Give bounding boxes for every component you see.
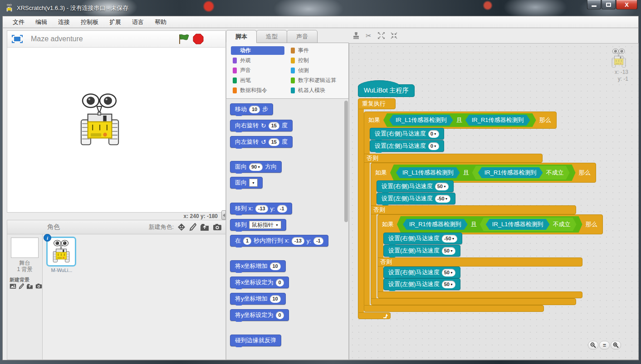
- block-point-direction[interactable]: 面向90▼方向: [230, 161, 282, 173]
- sensor-ir-l1[interactable]: IR_L1传感器检测到: [389, 115, 453, 126]
- camera-sprite-icon[interactable]: [213, 223, 222, 231]
- block-change-x[interactable]: 将x坐标增加10: [230, 260, 286, 272]
- else-set-right-motor-50[interactable]: 设置(右侧)马达速度50▼: [383, 267, 460, 278]
- hat-wulibot-main[interactable]: WuLiBot 主程序: [358, 84, 415, 97]
- if-2-else-bar: 否则: [371, 205, 576, 214]
- menu-connect[interactable]: 连接: [54, 17, 74, 28]
- zoom-out-button[interactable]: [588, 341, 598, 349]
- project-title: Maze adventure: [31, 35, 83, 43]
- menu-file[interactable]: 文件: [8, 17, 29, 28]
- set-right-motor-50[interactable]: 设置(右侧)马达速度50▼: [377, 180, 454, 192]
- stage-coords-row: x: 240 y: -180: [7, 213, 226, 220]
- robot-sprite[interactable]: [73, 92, 126, 150]
- block-change-y[interactable]: 将y坐标增加10: [230, 293, 286, 305]
- stage-canvas[interactable]: [7, 48, 226, 213]
- scissors-icon[interactable]: ✂: [365, 32, 372, 39]
- sprite-info-badge[interactable]: i: [44, 234, 51, 242]
- script-canvas[interactable]: x: -13 y: -1 WuLiBot 主程序 重复执行 如果 IR_L1传感…: [349, 43, 639, 360]
- if-block-2-header[interactable]: 如果 IR_L1传感器检测到 且 IR_R1传感器检测到 不成立 那么: [371, 163, 596, 183]
- stage-thumbnail[interactable]: [11, 238, 39, 258]
- not-condition-2[interactable]: IR_R1传感器检测到 不成立: [472, 166, 570, 180]
- set-left-motor-0[interactable]: 设置(左侧)马达速度0▼: [370, 140, 444, 152]
- forever-block-top[interactable]: 重复执行: [358, 98, 396, 109]
- stage-selector-column[interactable]: 舞台 1 背景 新建背景: [7, 234, 43, 359]
- upload-sprite-icon[interactable]: [200, 223, 209, 231]
- sensor-ir-l1[interactable]: IR_L1传感器检测到: [396, 167, 460, 178]
- grow-icon[interactable]: [377, 32, 385, 39]
- menu-help[interactable]: 帮助: [150, 17, 171, 28]
- tab-scripts[interactable]: 脚本: [226, 30, 257, 43]
- if-block-3-header[interactable]: 如果 IR_R1传感器检测到 且 IR_L1传感器检测到 不成立 那么: [377, 214, 603, 234]
- set-left-motor-neg50[interactable]: 设置(左侧)马达速度-50▼: [377, 193, 455, 204]
- menu-extensions[interactable]: 扩展: [105, 17, 126, 28]
- app-icon: [5, 4, 13, 12]
- sensor-ir-l1[interactable]: IR_L1传感器检测到: [486, 219, 550, 230]
- category-operators[interactable]: 数字和逻辑运算: [289, 76, 347, 85]
- stop-icon[interactable]: [193, 34, 204, 44]
- block-bounce-on-edge[interactable]: 碰到边缘就反弹: [230, 335, 281, 346]
- zoom-reset-button[interactable]: =: [599, 341, 610, 349]
- block-set-x[interactable]: 将x坐标设定为0: [230, 277, 289, 288]
- category-looks[interactable]: 外观: [231, 56, 284, 65]
- camera-backdrop-icon[interactable]: [35, 283, 42, 289]
- and-condition-3[interactable]: IR_R1传感器检测到 且 IR_L1传感器检测到 不成立: [397, 216, 582, 233]
- else-set-left-motor-50[interactable]: 设置(左侧)马达速度50▼: [383, 278, 460, 290]
- sprite-x: x: -13: [609, 69, 628, 76]
- new-sprite-library-icon[interactable]: [177, 223, 186, 231]
- dropdown-mouse-pointer[interactable]: 鼠标指针▼: [249, 221, 281, 229]
- paint-new-sprite-icon[interactable]: [189, 223, 196, 231]
- not-condition-3[interactable]: IR_L1传感器检测到 不成立: [480, 218, 577, 231]
- sensor-ir-r1[interactable]: IR_R1传感器检测到: [403, 219, 468, 230]
- arrow-left-icon: [223, 214, 225, 217]
- set-left-motor-50[interactable]: 设置(左侧)马达速度50▼: [383, 245, 460, 257]
- sensor-ir-r1[interactable]: IR_R1传感器检测到: [478, 167, 543, 178]
- sprites-panel-title: 角色: [47, 223, 60, 231]
- category-sound[interactable]: 声音: [231, 66, 284, 75]
- zoom-in-icon: [613, 342, 619, 348]
- stage-resize-arrow-button[interactable]: [221, 210, 226, 220]
- category-pen[interactable]: 画笔: [231, 76, 284, 85]
- block-goto-xy[interactable]: 移到 x:-13y:-1: [230, 203, 292, 214]
- zoom-in-button[interactable]: [611, 341, 621, 349]
- set-right-motor-neg50[interactable]: 设置(右侧)马达速度-50▼: [383, 233, 462, 244]
- menu-language[interactable]: 语言: [127, 17, 148, 28]
- block-palette: 移动10步 向右旋转↻15度 向左旋转↺15度 面向90▼方向 面向▼ 移到 x…: [226, 99, 349, 360]
- minimize-button[interactable]: [587, 0, 601, 10]
- close-button[interactable]: X: [616, 0, 637, 10]
- block-move-steps[interactable]: 移动10步: [230, 103, 273, 115]
- block-turn-right[interactable]: 向右旋转↻15度: [230, 120, 293, 131]
- category-data[interactable]: 数据和指令: [231, 86, 284, 95]
- category-robots[interactable]: 机器人模块: [289, 86, 347, 95]
- category-events[interactable]: 事件: [289, 46, 347, 55]
- menu-board[interactable]: 控制板: [76, 17, 103, 28]
- block-goto-mouse[interactable]: 移到鼠标指针▼: [230, 219, 286, 231]
- block-set-y[interactable]: 将y坐标设定为0: [230, 309, 289, 321]
- tab-sounds[interactable]: 声音: [287, 30, 318, 43]
- category-motion[interactable]: 动作: [231, 46, 284, 55]
- and-condition-2[interactable]: IR_L1传感器检测到 且 IR_R1传感器检测到 不成立: [390, 165, 576, 181]
- maximize-button[interactable]: [602, 0, 616, 10]
- if-block-1-header[interactable]: 如果 IR_L1传感器检测到 且 IR_R1传感器检测到 那么: [364, 112, 557, 129]
- dropdown-empty[interactable]: ▼: [249, 179, 258, 187]
- shrink-icon[interactable]: [390, 32, 398, 39]
- palette-scrollbar[interactable]: [344, 101, 348, 222]
- block-point-towards[interactable]: 面向▼: [230, 177, 263, 189]
- sensor-ir-r1[interactable]: IR_R1传感器检测到: [465, 115, 530, 126]
- category-control[interactable]: 控制: [289, 56, 347, 65]
- if-2-arm: [371, 179, 377, 298]
- fullscreen-icon[interactable]: [12, 35, 23, 43]
- green-flag-icon[interactable]: [177, 34, 189, 44]
- upload-backdrop-icon[interactable]: [26, 283, 33, 289]
- set-right-motor-0[interactable]: 设置(右侧)马达速度0▼: [370, 128, 444, 140]
- if-3-end-bar: [377, 291, 582, 298]
- stamp-icon[interactable]: [352, 32, 360, 39]
- category-sensing[interactable]: 侦测: [289, 66, 347, 75]
- and-condition-1[interactable]: IR_L1传感器检测到 且 IR_R1传感器检测到: [383, 113, 536, 127]
- backdrop-library-icon[interactable]: [10, 283, 16, 289]
- block-turn-left[interactable]: 向左旋转↺15度: [230, 136, 293, 148]
- menu-edit[interactable]: 编辑: [31, 17, 52, 28]
- paint-backdrop-icon[interactable]: [19, 283, 24, 289]
- block-glide[interactable]: 在1秒内滑行到 x:-13y:-1: [230, 235, 328, 247]
- tab-costumes[interactable]: 造型: [256, 30, 287, 43]
- sprite-thumbnail-selected[interactable]: [46, 237, 76, 267]
